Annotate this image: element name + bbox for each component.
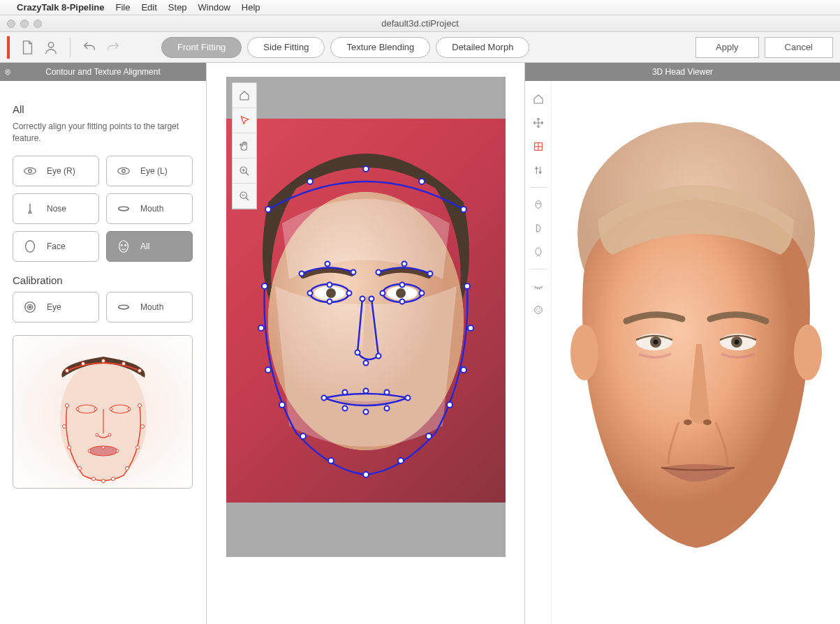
apply-button[interactable]: Apply [695, 37, 759, 58]
svg-point-51 [265, 207, 271, 212]
window-minimize-icon[interactable] [20, 20, 29, 28]
mouth-icon [114, 299, 133, 315]
svg-point-58 [265, 367, 271, 373]
tab-texture-blending[interactable]: Texture Blending [330, 37, 430, 58]
svg-point-66 [461, 367, 466, 373]
new-document-icon[interactable] [18, 38, 36, 57]
svg-point-83 [360, 297, 364, 302]
eye-icon [114, 163, 133, 179]
viewer-toolbar [525, 81, 552, 624]
svg-point-28 [108, 433, 111, 436]
eye-target-icon [20, 299, 40, 315]
eyelashes-toggle-icon[interactable] [525, 275, 551, 297]
app-name-menu[interactable]: CrazyTalk 8-Pipeline [17, 2, 104, 13]
viewer-rotate-icon[interactable] [525, 135, 551, 158]
menu-help[interactable]: Help [242, 2, 260, 13]
svg-point-75 [419, 291, 424, 296]
svg-point-91 [384, 390, 389, 395]
close-panel-icon[interactable]: ⊗ [4, 67, 11, 77]
toolbar-divider [70, 38, 71, 57]
svg-point-40 [136, 445, 140, 449]
right-panel: 3D Head Viewer [524, 63, 840, 624]
feature-all-button[interactable]: All [106, 231, 193, 262]
tab-side-fitting[interactable]: Side Fitting [247, 37, 325, 58]
cancel-button[interactable]: Cancel [765, 37, 833, 58]
svg-point-33 [63, 424, 66, 428]
redo-icon[interactable] [104, 38, 122, 57]
menu-step[interactable]: Step [168, 2, 187, 13]
calibration-label: Eye [47, 302, 61, 312]
svg-point-80 [376, 270, 381, 275]
svg-point-7 [119, 240, 128, 252]
svg-point-85 [363, 361, 368, 366]
document-title: default3d.ctiProject [0, 18, 840, 29]
profile-icon[interactable] [42, 38, 60, 57]
svg-point-32 [66, 403, 69, 407]
svg-point-111 [734, 340, 739, 345]
menu-window[interactable]: Window [198, 2, 230, 13]
svg-point-70 [327, 283, 332, 288]
svg-point-99 [536, 201, 541, 209]
svg-point-29 [88, 450, 91, 452]
svg-point-63 [398, 458, 404, 463]
svg-point-56 [262, 283, 267, 289]
svg-point-3 [118, 168, 130, 174]
svg-point-104 [536, 308, 540, 311]
svg-point-8 [121, 244, 122, 246]
svg-point-116 [794, 325, 822, 380]
view-front-icon[interactable] [525, 193, 551, 216]
menu-edit[interactable]: Edit [141, 2, 156, 13]
svg-point-65 [447, 402, 452, 408]
undo-icon[interactable] [80, 38, 98, 57]
window-zoom-icon[interactable] [34, 20, 42, 28]
svg-point-71 [346, 291, 351, 296]
svg-point-100 [537, 203, 538, 204]
feature-face-button[interactable]: Face [13, 231, 99, 262]
left-panel-header: ⊗ Contour and Texture Alignment [0, 63, 206, 81]
zoom-in-icon[interactable] [233, 158, 256, 184]
face-all-icon [114, 239, 133, 254]
viewer-home-icon[interactable] [525, 88, 551, 110]
view-side-icon[interactable] [525, 217, 551, 239]
feature-eye-l-button[interactable]: Eye (L) [106, 156, 193, 186]
feature-eye-r-button[interactable]: Eye (R) [13, 156, 99, 186]
tab-front-fitting[interactable]: Front Fitting [161, 37, 242, 58]
viewer-zoom-icon[interactable] [525, 159, 551, 181]
svg-point-84 [355, 350, 360, 355]
svg-point-101 [538, 203, 539, 204]
svg-point-53 [363, 166, 369, 172]
wireframe-toggle-icon[interactable] [525, 299, 551, 321]
face-outline-icon [20, 239, 40, 254]
svg-point-74 [399, 283, 404, 288]
home-view-icon[interactable] [233, 83, 256, 108]
left-panel-title: Contour and Texture Alignment [45, 67, 161, 77]
viewer-move-icon[interactable] [525, 112, 551, 134]
photo-canvas[interactable] [226, 77, 506, 557]
svg-point-59 [279, 402, 285, 408]
svg-point-34 [68, 445, 71, 449]
feature-nose-button[interactable]: Nose [13, 193, 99, 224]
svg-point-113 [703, 419, 712, 425]
feature-label: Eye (R) [47, 166, 75, 176]
svg-point-94 [363, 410, 368, 415]
pointer-tool-icon[interactable] [233, 108, 256, 133]
svg-point-52 [307, 179, 313, 184]
window-close-icon[interactable] [7, 20, 15, 28]
zoom-out-icon[interactable] [233, 184, 256, 209]
svg-point-2 [29, 169, 32, 172]
pan-hand-icon[interactable] [233, 133, 256, 158]
feature-label: Face [47, 242, 66, 251]
head-3d-viewport[interactable] [552, 81, 840, 624]
svg-point-77 [299, 272, 304, 276]
svg-point-19 [82, 362, 85, 365]
calibration-eye-button[interactable]: Eye [13, 292, 99, 322]
svg-point-115 [570, 325, 598, 380]
tab-detailed-morph[interactable]: Detailed Morph [436, 37, 529, 58]
svg-point-48 [396, 288, 406, 298]
svg-point-62 [363, 472, 369, 477]
view-back-icon[interactable] [525, 241, 551, 263]
feature-label: Nose [47, 204, 66, 214]
feature-mouth-button[interactable]: Mouth [106, 193, 193, 224]
menu-file[interactable]: File [115, 2, 130, 13]
calibration-mouth-button[interactable]: Mouth [106, 292, 193, 322]
